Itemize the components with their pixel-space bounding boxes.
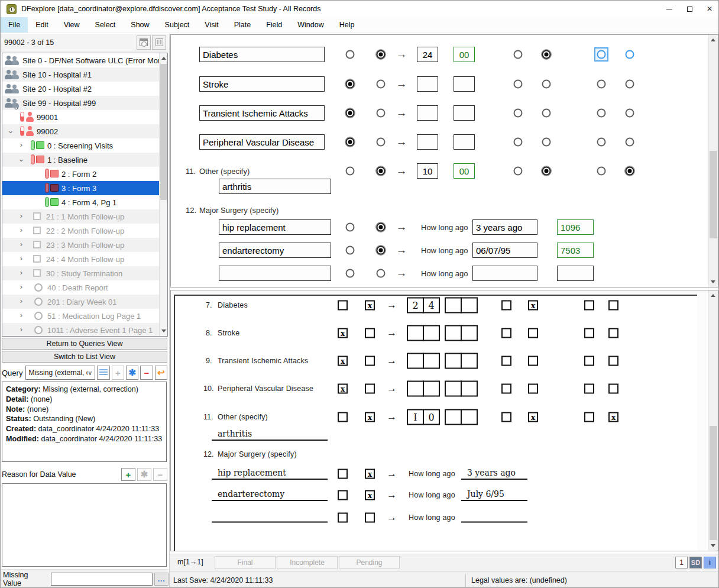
tree-item-visit-21[interactable]: ›21 : 1 Month Follow-up bbox=[2, 209, 160, 224]
tree-item-site-10[interactable]: Site 10 - Hospital #1 bbox=[2, 67, 160, 82]
scan-scrollbar-thumb[interactable] bbox=[710, 426, 717, 541]
stroke-radio-4[interactable] bbox=[542, 80, 551, 89]
other-radio-6[interactable] bbox=[626, 167, 634, 176]
tia-days-field[interactable] bbox=[454, 105, 475, 121]
tia-radio-3[interactable] bbox=[514, 109, 523, 118]
pvd-yes-radio[interactable] bbox=[377, 138, 386, 147]
pvd-radio-6[interactable] bbox=[626, 138, 634, 147]
menu-select[interactable]: Select bbox=[88, 17, 124, 33]
pvd-code-field[interactable] bbox=[417, 134, 438, 150]
scan-scrollbar[interactable] bbox=[708, 290, 718, 551]
query-delete-button[interactable]: − bbox=[140, 366, 153, 380]
chevron-right-icon[interactable]: › bbox=[18, 325, 25, 334]
pvd-days-field[interactable] bbox=[454, 134, 475, 150]
surgery-2-yes-radio[interactable] bbox=[377, 246, 386, 255]
chevron-down-icon[interactable]: ⌄ bbox=[7, 126, 14, 135]
tree-item-subject-99002[interactable]: ⌄99002 bbox=[2, 124, 160, 138]
stroke-radio-5[interactable] bbox=[597, 80, 606, 89]
reason-add-button[interactable]: + bbox=[121, 468, 135, 481]
surgery-2-name-field[interactable]: endarterectomy bbox=[219, 243, 331, 258]
page-number-button[interactable]: 1 bbox=[675, 557, 688, 568]
chevron-right-icon[interactable]: › bbox=[18, 254, 25, 263]
reason-textarea[interactable] bbox=[2, 483, 167, 567]
other-specify-field[interactable]: arthritis bbox=[219, 179, 331, 194]
reason-asterisk-button[interactable]: ✱ bbox=[137, 468, 151, 481]
other-radio-5[interactable] bbox=[597, 167, 606, 176]
other-radio-4[interactable] bbox=[542, 167, 551, 176]
menu-visit[interactable]: Visit bbox=[197, 17, 226, 33]
audit-history-button[interactable] bbox=[137, 35, 151, 50]
menu-file[interactable]: File bbox=[1, 17, 28, 33]
surgery-2-ago-field[interactable]: 06/07/95 bbox=[472, 243, 537, 258]
info-button[interactable]: i bbox=[704, 557, 716, 568]
chevron-right-icon[interactable]: › bbox=[18, 311, 25, 319]
tree-item-visit-23[interactable]: ›23 : 3 Month Follow-up bbox=[2, 238, 160, 252]
diabetes-radio-6[interactable] bbox=[626, 50, 634, 59]
tia-no-radio[interactable] bbox=[346, 109, 355, 118]
tree-item-subject-99001[interactable]: 99001 bbox=[2, 110, 160, 124]
tree-item-visit-201[interactable]: ›201 : Diary Week 01 bbox=[2, 295, 160, 309]
menu-subject[interactable]: Subject bbox=[157, 17, 197, 33]
tia-label-field[interactable]: Transient Ischemic Attacks bbox=[199, 105, 325, 121]
tree-item-visit-screening[interactable]: ›0 : Screening Visits bbox=[2, 138, 160, 153]
query-undo-button[interactable]: ↩ bbox=[155, 366, 167, 380]
diabetes-radio-5-focused[interactable] bbox=[597, 50, 606, 59]
chevron-right-icon[interactable]: › bbox=[18, 282, 25, 291]
menu-view[interactable]: View bbox=[56, 17, 88, 33]
chevron-right-icon[interactable]: › bbox=[18, 296, 25, 305]
tia-radio-6[interactable] bbox=[626, 109, 634, 118]
tree-item-visit-22[interactable]: ›22 : 2 Month Follow-up bbox=[2, 224, 160, 238]
surgery-1-days-field[interactable]: 1096 bbox=[557, 219, 594, 235]
scroll-down-icon[interactable] bbox=[711, 544, 715, 547]
scroll-up-icon[interactable] bbox=[161, 57, 166, 60]
close-button[interactable]: ✕ bbox=[699, 1, 719, 17]
return-to-queries-button[interactable]: Return to Queries View bbox=[2, 338, 167, 350]
tree-item-visit-1011[interactable]: ›1011 : Adverse Event 1 Page 1 bbox=[2, 323, 160, 337]
menu-plate[interactable]: Plate bbox=[226, 17, 259, 33]
surgery-3-ago-field[interactable] bbox=[472, 266, 537, 281]
sd-button[interactable]: SD bbox=[689, 557, 702, 568]
other-no-radio[interactable] bbox=[346, 167, 355, 176]
stroke-radio-6[interactable] bbox=[626, 80, 634, 89]
tia-code-field[interactable] bbox=[417, 105, 438, 121]
surgery-1-yes-radio[interactable] bbox=[377, 223, 386, 232]
stroke-yes-radio[interactable] bbox=[377, 80, 386, 89]
missing-value-browse-button[interactable]: ... bbox=[154, 573, 169, 586]
query-asterisk-button[interactable]: ✱ bbox=[126, 366, 138, 380]
chevron-down-icon[interactable]: ⌄ bbox=[18, 154, 25, 163]
chevron-right-icon[interactable]: › bbox=[18, 268, 25, 277]
tia-radio-5[interactable] bbox=[597, 109, 606, 118]
tree-item-form-4[interactable]: 4 : Form 4, Pg 1 bbox=[2, 195, 160, 209]
diabetes-code-field[interactable]: 24 bbox=[417, 47, 438, 62]
surgery-1-name-field[interactable]: hip replacement bbox=[219, 219, 331, 235]
query-category-dropdown[interactable]: Missing (external, co ∨ bbox=[25, 366, 95, 380]
stroke-code-field[interactable] bbox=[417, 76, 438, 92]
pvd-radio-5[interactable] bbox=[597, 138, 606, 147]
tree-item-site-20[interactable]: Site 20 - Hospital #2 bbox=[2, 82, 160, 96]
diabetes-label-field[interactable]: Diabetes bbox=[199, 47, 325, 62]
reason-remove-button[interactable]: − bbox=[153, 468, 167, 481]
form-scrollbar-thumb[interactable] bbox=[710, 151, 717, 238]
menu-window[interactable]: Window bbox=[290, 17, 331, 33]
surgery-3-yes-radio[interactable] bbox=[377, 269, 386, 278]
tree-item-form-3-selected[interactable]: 3 : Form 3 bbox=[2, 181, 160, 195]
stroke-days-field[interactable] bbox=[454, 76, 475, 92]
tree-scrollbar[interactable] bbox=[159, 53, 167, 336]
pvd-radio-4[interactable] bbox=[542, 138, 551, 147]
menu-show[interactable]: Show bbox=[123, 17, 157, 33]
scroll-up-icon[interactable] bbox=[711, 294, 715, 297]
pvd-label-field[interactable]: Peripheral Vascular Disease bbox=[199, 134, 325, 150]
stroke-no-radio[interactable] bbox=[346, 80, 355, 89]
diabetes-yes-radio[interactable] bbox=[377, 50, 386, 59]
pvd-no-radio[interactable] bbox=[346, 138, 355, 147]
tree-item-visit-baseline[interactable]: ⌄1 : Baseline bbox=[2, 153, 160, 167]
tree-item-form-2[interactable]: 2 : Form 2 bbox=[2, 167, 160, 181]
stroke-radio-3[interactable] bbox=[514, 80, 523, 89]
tia-yes-radio[interactable] bbox=[377, 109, 386, 118]
surgery-1-no-radio[interactable] bbox=[346, 223, 355, 232]
other-days-field[interactable]: 00 bbox=[454, 163, 475, 179]
tree-item-site-0[interactable]: Site 0 - DF/Net Software ULC (Error Moni… bbox=[2, 53, 160, 67]
pvd-radio-3[interactable] bbox=[514, 138, 523, 147]
tree-item-visit-30[interactable]: ›30 : Study Termination bbox=[2, 266, 160, 280]
incomplete-button[interactable]: Incomplete bbox=[277, 556, 338, 569]
